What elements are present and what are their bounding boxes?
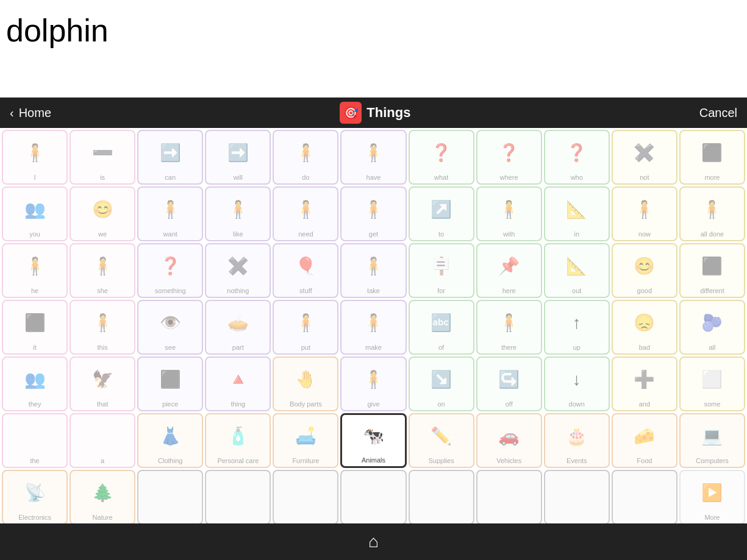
symbol-cell[interactable]: ➖is [70, 130, 135, 185]
symbol-cell[interactable]: 🧍like [205, 186, 271, 241]
text-output: dolphin [6, 12, 109, 49]
symbol-cell[interactable]: 🎂Events [544, 413, 610, 468]
symbol-cell[interactable]: ➡️can [137, 130, 203, 185]
symbol-cell[interactable]: 🧍make [340, 300, 406, 355]
cell-label: not [640, 174, 649, 181]
symbol-cell[interactable]: 🤚Body parts [273, 356, 338, 411]
home-icon[interactable]: ⌂ [368, 532, 379, 551]
cell-icon: 🧍 [4, 133, 65, 172]
symbol-cell[interactable]: ⬛it [2, 300, 68, 355]
symbol-cell[interactable]: ❓who [544, 130, 610, 185]
cell-label: Personal care [217, 457, 259, 464]
symbol-cell[interactable]: 🔤of [409, 300, 474, 355]
symbol-cell[interactable]: 🪧for [409, 243, 474, 298]
symbol-cell[interactable]: 👁️see [137, 300, 203, 355]
symbol-cell[interactable]: ✏️Supplies [409, 413, 474, 468]
cell-icon: 🧍 [479, 190, 540, 229]
symbol-cell[interactable]: ✖️not [612, 130, 677, 185]
cell-icon: ↓ [546, 360, 607, 399]
cell-icon: 🧴 [207, 417, 268, 456]
symbol-cell[interactable]: 🧍I [2, 130, 68, 185]
symbol-cell[interactable]: 🎈stuff [273, 243, 338, 298]
symbol-cell[interactable]: 🧍get [340, 186, 406, 241]
cell-label: of [438, 344, 444, 351]
symbol-cell[interactable]: the [2, 413, 68, 468]
symbol-cell[interactable]: 🧍this [70, 300, 135, 355]
symbol-cell[interactable]: 📌here [476, 243, 542, 298]
cell-label: who [571, 174, 583, 181]
symbol-cell[interactable]: 🥧part [205, 300, 271, 355]
symbol-cell[interactable]: 😊we [70, 186, 135, 241]
cell-label: there [501, 344, 516, 351]
symbol-cell[interactable]: 🧍want [137, 186, 203, 241]
symbol-cell[interactable]: ⬛piece [137, 356, 203, 411]
symbol-cell[interactable]: ⬛different [679, 243, 745, 298]
symbol-cell[interactable]: 🔺thing [205, 356, 271, 411]
symbol-cell[interactable]: 🧍she [70, 243, 135, 298]
symbol-cell[interactable]: 😊good [612, 243, 677, 298]
symbol-cell[interactable]: 🐄Animals [340, 413, 406, 468]
symbol-cell[interactable]: 🧍with [476, 186, 542, 241]
symbol-cell[interactable]: 📐in [544, 186, 610, 241]
cell-icon: ➖ [72, 133, 133, 172]
symbol-cell[interactable]: 🧍all done [679, 186, 745, 241]
symbol-cell[interactable]: 🧍do [273, 130, 338, 185]
symbol-cell[interactable]: ➕and [612, 356, 677, 411]
empty-cell [476, 470, 542, 523]
cell-icon: ❓ [140, 247, 201, 286]
symbol-cell[interactable]: 🛋️Furniture [273, 413, 338, 468]
symbol-cell[interactable]: 🧍give [340, 356, 406, 411]
cell-icon: 🎈 [275, 247, 336, 286]
symbol-cell[interactable]: ↪️off [476, 356, 542, 411]
symbol-cell[interactable]: 👥you [2, 186, 68, 241]
home-label: Home [19, 106, 51, 120]
symbol-cell[interactable]: a [70, 413, 135, 468]
symbol-cell[interactable]: 🫐all [679, 300, 745, 355]
symbol-cell[interactable]: ⬜some [679, 356, 745, 411]
cell-label: more [704, 174, 720, 181]
cell-label: Nature [93, 514, 113, 521]
symbol-cell[interactable]: ↗️to [409, 186, 474, 241]
nav-home-button[interactable]: ‹ Home [10, 106, 51, 120]
cell-label: he [31, 287, 38, 294]
symbol-cell[interactable]: ⬛more [679, 130, 745, 185]
symbol-cell[interactable]: ❓what [409, 130, 474, 185]
cancel-button[interactable]: Cancel [699, 106, 737, 120]
symbol-cell[interactable]: ↓down [544, 356, 610, 411]
symbol-cell[interactable]: ❓where [476, 130, 542, 185]
symbol-cell[interactable]: ▶️More [679, 470, 745, 523]
symbol-cell[interactable]: 😞bad [612, 300, 677, 355]
symbol-cell[interactable]: ➡️will [205, 130, 271, 185]
symbol-cell[interactable]: ↑up [544, 300, 610, 355]
cell-icon: 💻 [682, 417, 743, 456]
cell-icon: 🧍 [72, 303, 133, 342]
cell-icon: 😊 [614, 247, 675, 286]
symbol-cell[interactable]: 🌲Nature [70, 470, 135, 523]
symbol-cell[interactable]: 🧍now [612, 186, 677, 241]
symbol-cell[interactable]: 👥they [2, 356, 68, 411]
cell-icon: 📐 [546, 190, 607, 229]
symbol-cell[interactable]: 🧍put [273, 300, 338, 355]
symbol-cell[interactable]: 👗Clothing [137, 413, 203, 468]
symbol-cell[interactable]: ✖️nothing [205, 243, 271, 298]
symbol-cell[interactable]: 🧍need [273, 186, 338, 241]
symbol-cell[interactable]: ❓something [137, 243, 203, 298]
cell-icon: 🧍 [207, 190, 268, 229]
symbol-cell[interactable]: ↘️on [409, 356, 474, 411]
symbol-cell[interactable]: 🧴Personal care [205, 413, 271, 468]
symbol-cell[interactable]: 🧍there [476, 300, 542, 355]
cell-label: on [437, 400, 445, 408]
cell-label: it [33, 344, 37, 351]
symbol-cell[interactable]: 🧍he [2, 243, 68, 298]
symbol-cell[interactable]: 🦅that [70, 356, 135, 411]
symbol-cell[interactable]: 🧀Food [612, 413, 677, 468]
symbol-cell[interactable]: 💻Computers [679, 413, 745, 468]
symbol-cell[interactable]: 🚗Vehicles [476, 413, 542, 468]
cell-icon [72, 417, 133, 456]
cell-label: different [700, 287, 724, 294]
symbol-cell[interactable]: 🧍take [340, 243, 406, 298]
symbol-cell[interactable]: 📐out [544, 243, 610, 298]
cell-icon: ↘️ [411, 360, 472, 399]
symbol-cell[interactable]: 🧍have [340, 130, 406, 185]
symbol-cell[interactable]: 📡Electronics [2, 470, 68, 523]
